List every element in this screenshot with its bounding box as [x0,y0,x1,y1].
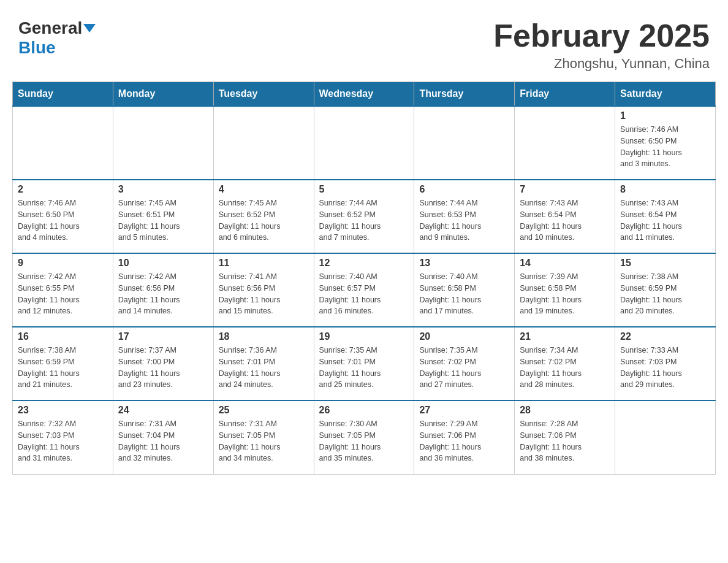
week-row-5: 23Sunrise: 7:32 AM Sunset: 7:03 PM Dayli… [13,400,716,474]
title-section: February 2025 Zhongshu, Yunnan, China [493,18,710,72]
calendar-cell: 17Sunrise: 7:37 AM Sunset: 7:00 PM Dayli… [113,327,213,400]
col-saturday: Saturday [615,82,716,107]
day-number: 27 [419,405,509,416]
calendar-cell: 3Sunrise: 7:45 AM Sunset: 6:51 PM Daylig… [113,180,213,253]
day-info: Sunrise: 7:46 AM Sunset: 6:50 PM Dayligh… [620,124,710,170]
calendar-cell [213,106,314,180]
calendar-cell: 1Sunrise: 7:46 AM Sunset: 6:50 PM Daylig… [615,106,716,180]
day-info: Sunrise: 7:38 AM Sunset: 6:59 PM Dayligh… [620,271,710,317]
calendar-cell: 6Sunrise: 7:44 AM Sunset: 6:53 PM Daylig… [414,180,515,253]
day-number: 10 [118,258,208,269]
calendar-cell: 12Sunrise: 7:40 AM Sunset: 6:57 PM Dayli… [314,253,414,327]
calendar-cell: 18Sunrise: 7:36 AM Sunset: 7:01 PM Dayli… [213,327,314,400]
day-info: Sunrise: 7:43 AM Sunset: 6:54 PM Dayligh… [520,197,610,243]
calendar-cell [414,106,515,180]
day-number: 13 [419,258,509,269]
day-info: Sunrise: 7:45 AM Sunset: 6:51 PM Dayligh… [118,197,208,243]
week-row-4: 16Sunrise: 7:38 AM Sunset: 6:59 PM Dayli… [13,327,716,400]
day-number: 15 [620,258,710,269]
day-number: 26 [319,405,409,416]
day-info: Sunrise: 7:30 AM Sunset: 7:05 PM Dayligh… [319,418,409,464]
calendar-cell: 10Sunrise: 7:42 AM Sunset: 6:56 PM Dayli… [113,253,213,327]
calendar-cell: 13Sunrise: 7:40 AM Sunset: 6:58 PM Dayli… [414,253,515,327]
day-number: 20 [419,331,509,342]
day-number: 16 [18,331,108,342]
day-info: Sunrise: 7:40 AM Sunset: 6:57 PM Dayligh… [319,271,409,317]
day-info: Sunrise: 7:41 AM Sunset: 6:56 PM Dayligh… [219,271,309,317]
calendar-cell: 5Sunrise: 7:44 AM Sunset: 6:52 PM Daylig… [314,180,414,253]
day-info: Sunrise: 7:31 AM Sunset: 7:05 PM Dayligh… [219,418,309,464]
page-header: General Blue February 2025 Zhongshu, Yun… [12,12,716,72]
calendar-cell: 14Sunrise: 7:39 AM Sunset: 6:58 PM Dayli… [515,253,615,327]
day-info: Sunrise: 7:44 AM Sunset: 6:52 PM Dayligh… [319,197,409,243]
day-number: 5 [319,184,409,195]
day-info: Sunrise: 7:45 AM Sunset: 6:52 PM Dayligh… [219,197,309,243]
calendar-cell: 21Sunrise: 7:34 AM Sunset: 7:02 PM Dayli… [515,327,615,400]
day-number: 4 [219,184,309,195]
day-number: 17 [118,331,208,342]
day-number: 2 [18,184,108,195]
day-info: Sunrise: 7:39 AM Sunset: 6:58 PM Dayligh… [520,271,610,317]
calendar-cell: 11Sunrise: 7:41 AM Sunset: 6:56 PM Dayli… [213,253,314,327]
day-info: Sunrise: 7:42 AM Sunset: 6:55 PM Dayligh… [18,271,108,317]
day-number: 6 [419,184,509,195]
day-info: Sunrise: 7:31 AM Sunset: 7:04 PM Dayligh… [118,418,208,464]
calendar-cell: 19Sunrise: 7:35 AM Sunset: 7:01 PM Dayli… [314,327,414,400]
logo: General Blue [18,18,96,58]
calendar-cell: 24Sunrise: 7:31 AM Sunset: 7:04 PM Dayli… [113,400,213,474]
month-title: February 2025 [493,18,710,53]
calendar-cell: 23Sunrise: 7:32 AM Sunset: 7:03 PM Dayli… [13,400,113,474]
day-number: 3 [118,184,208,195]
calendar-table: Sunday Monday Tuesday Wednesday Thursday… [12,82,716,475]
calendar-header-row: Sunday Monday Tuesday Wednesday Thursday… [13,82,716,107]
calendar-cell: 28Sunrise: 7:28 AM Sunset: 7:06 PM Dayli… [515,400,615,474]
day-info: Sunrise: 7:46 AM Sunset: 6:50 PM Dayligh… [18,197,108,243]
day-info: Sunrise: 7:32 AM Sunset: 7:03 PM Dayligh… [18,418,108,464]
calendar-cell [314,106,414,180]
calendar-cell: 15Sunrise: 7:38 AM Sunset: 6:59 PM Dayli… [615,253,716,327]
day-info: Sunrise: 7:36 AM Sunset: 7:01 PM Dayligh… [219,345,309,391]
calendar-cell: 7Sunrise: 7:43 AM Sunset: 6:54 PM Daylig… [515,180,615,253]
col-thursday: Thursday [414,82,515,107]
col-monday: Monday [113,82,213,107]
day-info: Sunrise: 7:35 AM Sunset: 7:01 PM Dayligh… [319,345,409,391]
day-info: Sunrise: 7:43 AM Sunset: 6:54 PM Dayligh… [620,197,710,243]
week-row-1: 1Sunrise: 7:46 AM Sunset: 6:50 PM Daylig… [13,106,716,180]
day-number: 28 [520,405,610,416]
day-number: 22 [620,331,710,342]
calendar-cell [113,106,213,180]
day-number: 24 [118,405,208,416]
col-tuesday: Tuesday [213,82,314,107]
day-info: Sunrise: 7:35 AM Sunset: 7:02 PM Dayligh… [419,345,509,391]
day-number: 23 [18,405,108,416]
day-number: 11 [219,258,309,269]
day-number: 14 [520,258,610,269]
calendar-cell: 8Sunrise: 7:43 AM Sunset: 6:54 PM Daylig… [615,180,716,253]
day-number: 7 [520,184,610,195]
day-number: 1 [620,110,710,121]
day-info: Sunrise: 7:38 AM Sunset: 6:59 PM Dayligh… [18,345,108,391]
logo-triangle-icon [83,24,96,33]
day-info: Sunrise: 7:44 AM Sunset: 6:53 PM Dayligh… [419,197,509,243]
day-number: 12 [319,258,409,269]
calendar-cell: 2Sunrise: 7:46 AM Sunset: 6:50 PM Daylig… [13,180,113,253]
day-number: 25 [219,405,309,416]
day-info: Sunrise: 7:42 AM Sunset: 6:56 PM Dayligh… [118,271,208,317]
week-row-3: 9Sunrise: 7:42 AM Sunset: 6:55 PM Daylig… [13,253,716,327]
calendar-cell: 22Sunrise: 7:33 AM Sunset: 7:03 PM Dayli… [615,327,716,400]
calendar-cell [13,106,113,180]
calendar-cell: 27Sunrise: 7:29 AM Sunset: 7:06 PM Dayli… [414,400,515,474]
calendar-cell [515,106,615,180]
calendar-cell: 20Sunrise: 7:35 AM Sunset: 7:02 PM Dayli… [414,327,515,400]
day-number: 8 [620,184,710,195]
logo-blue-text: Blue [18,38,56,57]
calendar-cell [615,400,716,474]
day-info: Sunrise: 7:28 AM Sunset: 7:06 PM Dayligh… [520,418,610,464]
calendar-cell: 4Sunrise: 7:45 AM Sunset: 6:52 PM Daylig… [213,180,314,253]
day-info: Sunrise: 7:37 AM Sunset: 7:00 PM Dayligh… [118,345,208,391]
week-row-2: 2Sunrise: 7:46 AM Sunset: 6:50 PM Daylig… [13,180,716,253]
day-info: Sunrise: 7:40 AM Sunset: 6:58 PM Dayligh… [419,271,509,317]
calendar-cell: 16Sunrise: 7:38 AM Sunset: 6:59 PM Dayli… [13,327,113,400]
location-text: Zhongshu, Yunnan, China [493,56,710,72]
day-number: 9 [18,258,108,269]
